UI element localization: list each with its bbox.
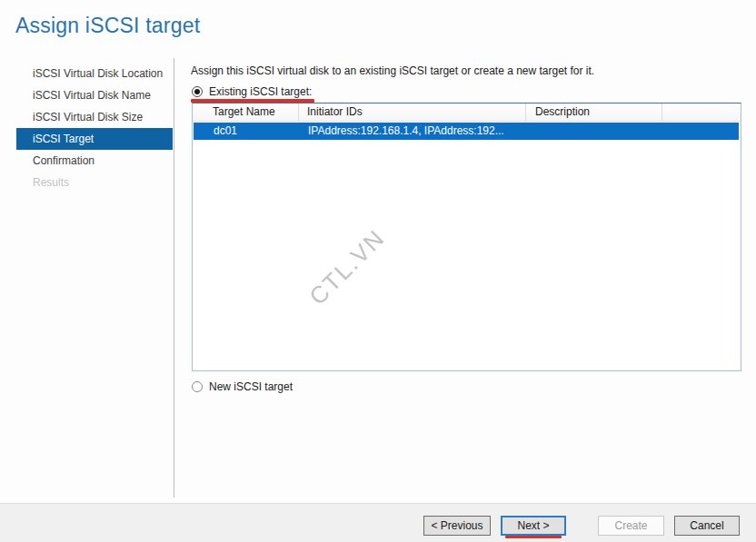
sidebar-item-disk-name[interactable]: iSCSI Virtual Disk Name [16,84,173,106]
radio-new-label: New iSCSI target [209,380,293,393]
wizard-window: Assign iSCSI target iSCSI Virtual Disk L… [0,0,756,542]
footer-button-bar: < Previous Next > Create Cancel [0,503,756,542]
sidebar-item-results: Results [16,172,173,193]
cell-description [527,123,663,140]
previous-button[interactable]: < Previous [423,516,491,536]
wizard-steps-sidebar: iSCSI Virtual Disk Location iSCSI Virtua… [16,63,173,193]
next-button[interactable]: Next > [501,516,566,536]
radio-selected-icon[interactable] [192,86,203,97]
table-row-dc01[interactable]: dc01 IPAddress:192.168.1.4, IPAddress:19… [194,123,739,140]
table-header: Target Name Initiator IDs Description [193,103,741,122]
column-header-empty [662,103,741,121]
radio-existing-label: Existing iSCSI target: [209,85,312,98]
sidebar-divider [174,58,174,498]
create-button: Create [598,516,664,536]
sidebar-item-disk-location[interactable]: iSCSI Virtual Disk Location [16,63,173,84]
column-header-description[interactable]: Description [526,103,662,121]
page-title: Assign iSCSI target [15,14,200,38]
instruction-text: Assign this iSCSI virtual disk to an exi… [191,64,594,77]
column-header-initiator-ids[interactable]: Initiator IDs [299,103,526,121]
sidebar-item-confirmation[interactable]: Confirmation [16,150,173,172]
cell-initiator-ids: IPAddress:192.168.1.4, IPAddress:192... [300,123,527,140]
radio-new-iscsi-target[interactable]: New iSCSI target [192,380,293,393]
cell-target-name: dc01 [194,123,300,140]
iscsi-target-list[interactable]: Target Name Initiator IDs Description dc… [192,103,741,371]
cancel-button[interactable]: Cancel [674,516,740,536]
radio-unselected-icon[interactable] [192,381,203,392]
radio-existing-iscsi-target[interactable]: Existing iSCSI target: [192,85,312,98]
sidebar-item-iscsi-target[interactable]: iSCSI Target [16,128,173,150]
watermark-text: CTL.VN [303,224,391,311]
red-underline-annotation-next [505,536,562,538]
column-header-target-name[interactable]: Target Name [193,103,299,121]
sidebar-item-disk-size[interactable]: iSCSI Virtual Disk Size [16,106,173,128]
